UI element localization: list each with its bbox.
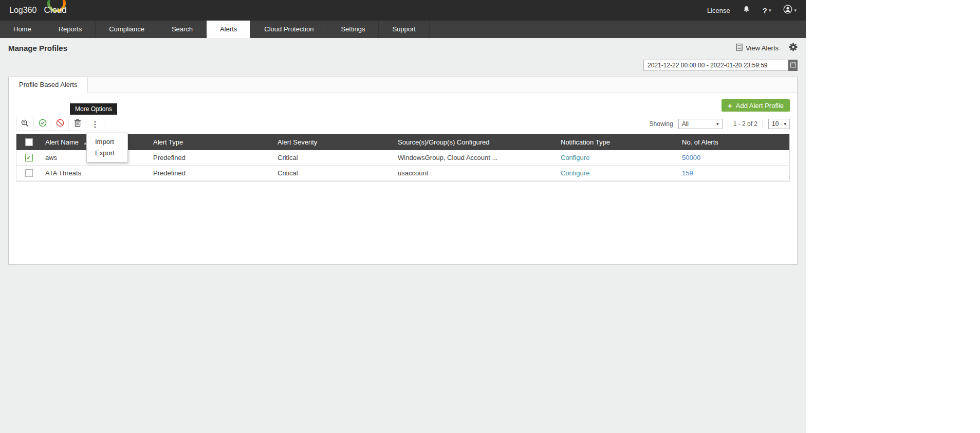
- user-avatar-icon: [783, 5, 792, 16]
- notification-type-cell: Configure: [557, 169, 678, 177]
- row-checkbox-cell: [16, 169, 41, 177]
- view-alerts-label: View Alerts: [746, 44, 779, 52]
- select-all-cell: [16, 138, 41, 146]
- alert-type-cell: Predefined: [149, 169, 273, 177]
- select-all-checkbox[interactable]: [25, 138, 33, 146]
- topbar: Log360Cloud License ? ▾ ▾: [0, 0, 806, 21]
- panel-tabstrip: Profile Based Alerts: [9, 77, 797, 93]
- page-content: Manage Profiles View Alerts: [0, 38, 806, 265]
- nav-tab-reports[interactable]: Reports: [45, 21, 96, 38]
- showing-filter-value: All: [682, 120, 689, 128]
- search-icon: [21, 119, 29, 130]
- alert-count-link[interactable]: 159: [682, 169, 693, 177]
- pagination-range: 1 - 2 of 2: [733, 120, 757, 128]
- divider: [728, 120, 728, 128]
- block-circle-icon: [56, 119, 64, 129]
- date-range-row: [8, 60, 798, 71]
- logo-text-secondary: Cloud: [44, 5, 66, 15]
- search-button[interactable]: [16, 117, 34, 131]
- configure-link[interactable]: Configure: [561, 154, 589, 161]
- help-menu-button[interactable]: ? ▾: [763, 6, 771, 15]
- alert-count-cell: 50000: [678, 154, 789, 161]
- license-link[interactable]: License: [707, 7, 730, 14]
- settings-gear-button[interactable]: [789, 43, 798, 53]
- page-size-value: 10: [772, 120, 779, 128]
- calendar-button[interactable]: [788, 60, 798, 71]
- logo-text-primary: Log360: [9, 6, 36, 15]
- tab-profile-based-alerts[interactable]: Profile Based Alerts: [9, 77, 88, 93]
- app-window: Log360Cloud License ? ▾ ▾ Home R: [0, 0, 806, 433]
- column-header-alert-severity[interactable]: Alert Severity: [273, 138, 394, 146]
- nav-tab-settings[interactable]: Settings: [327, 21, 379, 38]
- alert-name-cell: ATA Threats: [41, 169, 149, 177]
- add-row: + Add Alert Profile: [16, 99, 790, 112]
- more-options-button[interactable]: ⋮: [86, 117, 104, 131]
- help-icon: ?: [763, 6, 767, 15]
- vertical-ellipsis-icon: ⋮: [91, 120, 99, 128]
- main-nav: Home Reports Compliance Search Alerts Cl…: [0, 21, 806, 38]
- column-header-alert-type[interactable]: Alert Type: [149, 138, 273, 146]
- notification-type-cell: Configure: [557, 154, 678, 161]
- chevron-down-icon: ▾: [784, 122, 786, 127]
- chevron-down-icon: ▾: [794, 8, 797, 13]
- table-toolbar: ⋮ Showing All ▾ 1 - 2 of 2 10: [16, 117, 790, 131]
- notifications-button[interactable]: [743, 5, 750, 15]
- more-options-tooltip: More Options: [70, 103, 117, 115]
- column-header-notification-type[interactable]: Notification Type: [557, 138, 678, 146]
- column-header-no-of-alerts[interactable]: No. of Alerts: [678, 138, 789, 146]
- alert-count-cell: 159: [678, 169, 789, 177]
- add-alert-profile-label: Add Alert Profile: [736, 102, 784, 110]
- table-row: ✓ aws Predefined Critical WindowsGroup, …: [16, 150, 789, 166]
- nav-tab-alerts[interactable]: Alerts: [207, 21, 251, 38]
- alert-count-link[interactable]: 50000: [682, 154, 700, 161]
- delete-button[interactable]: [69, 117, 86, 131]
- column-header-label: Alert Name: [45, 138, 79, 146]
- table-row: ATA Threats Predefined Critical usaccoun…: [16, 166, 789, 181]
- profile-alerts-panel: Profile Based Alerts + Add Alert Profile: [8, 77, 798, 265]
- trash-icon: [74, 119, 81, 129]
- nav-tab-cloud-protection[interactable]: Cloud Protection: [251, 21, 327, 38]
- add-alert-profile-button[interactable]: + Add Alert Profile: [722, 99, 790, 112]
- alert-list-icon: [736, 43, 743, 52]
- alert-severity-cell: Critical: [273, 154, 394, 161]
- nav-tab-compliance[interactable]: Compliance: [96, 21, 158, 38]
- user-menu-button[interactable]: ▾: [783, 5, 797, 16]
- chevron-down-icon: ▾: [769, 8, 771, 13]
- bell-icon: [743, 5, 750, 15]
- calendar-icon: [790, 61, 796, 70]
- app-logo[interactable]: Log360Cloud: [9, 5, 67, 15]
- date-range-input[interactable]: [643, 60, 788, 71]
- menu-item-import[interactable]: Import: [87, 136, 127, 148]
- gear-icon: [789, 43, 798, 53]
- row-checkbox[interactable]: [25, 169, 33, 177]
- alert-profiles-table: Alert Name ▲ Alert Type Alert Severity S…: [16, 134, 790, 182]
- plus-icon: +: [728, 102, 732, 110]
- sources-cell: WindowsGroup, Cloud Account ...: [394, 154, 557, 161]
- nav-tab-search[interactable]: Search: [158, 21, 207, 38]
- page-title: Manage Profiles: [8, 44, 67, 52]
- panel-body: + Add Alert Profile: [9, 93, 797, 187]
- page-size-select[interactable]: 10 ▾: [768, 119, 790, 129]
- sources-cell: usaccount: [394, 169, 557, 177]
- row-checkbox-cell: ✓: [16, 154, 41, 161]
- menu-item-export[interactable]: Export: [87, 148, 127, 159]
- configure-link[interactable]: Configure: [561, 169, 589, 177]
- showing-label: Showing: [650, 120, 673, 128]
- view-alerts-button[interactable]: View Alerts: [736, 43, 779, 52]
- check-circle-icon: [39, 119, 47, 129]
- topbar-actions: License ? ▾ ▾: [707, 5, 797, 16]
- column-header-sources[interactable]: Source(s)/Group(s) Configured: [394, 138, 557, 146]
- page-header-actions: View Alerts: [736, 43, 798, 53]
- date-range-picker: [643, 60, 798, 71]
- table-header-row: Alert Name ▲ Alert Type Alert Severity S…: [16, 134, 789, 150]
- alert-type-cell: Predefined: [149, 154, 273, 161]
- nav-tab-support[interactable]: Support: [379, 21, 430, 38]
- row-checkbox[interactable]: ✓: [25, 154, 33, 161]
- nav-tab-home[interactable]: Home: [0, 21, 45, 38]
- more-options-menu: Import Export: [86, 133, 128, 163]
- showing-filter-select[interactable]: All ▾: [678, 119, 723, 129]
- divider: [763, 120, 763, 128]
- disable-button[interactable]: [51, 117, 69, 131]
- chevron-down-icon: ▾: [716, 122, 719, 127]
- enable-button[interactable]: [34, 117, 51, 131]
